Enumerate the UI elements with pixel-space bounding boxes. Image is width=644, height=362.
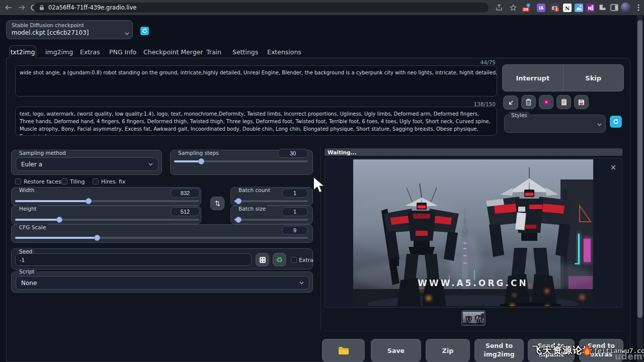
chevron-down-icon [597, 123, 602, 126]
hires-fix-checkbox[interactable] [93, 178, 99, 185]
batch-count-input[interactable] [282, 189, 308, 198]
chevron-down-icon [299, 282, 304, 285]
random-seed-button[interactable] [256, 253, 269, 266]
checkpoint-dropdown[interactable]: Stable Diffusion checkpoint model.ckpt [… [6, 20, 133, 39]
cfg-scale-label: CFG Scale [17, 224, 48, 231]
recycle-icon: ♻ [276, 255, 283, 264]
extension-ia-icon[interactable]: IA [536, 3, 545, 12]
chevron-down-icon [125, 32, 129, 35]
checkpoint-label: Stable Diffusion checkpoint [12, 22, 84, 28]
height-slider[interactable] [15, 219, 199, 221]
interrupt-skip-group: Interrupt Skip [502, 64, 624, 92]
scrollbar-track[interactable] [637, 15, 643, 362]
tab-extras[interactable]: Extras [80, 48, 100, 56]
script-label: Script [17, 268, 37, 275]
slider-handle[interactable] [235, 217, 242, 223]
tab-settings[interactable]: Settings [232, 48, 258, 56]
extension-notion-icon[interactable]: N [562, 3, 572, 12]
batch-size-label: Batch size [236, 205, 268, 212]
floppy-save-icon [578, 99, 585, 106]
clear-prompt-button[interactable] [521, 95, 536, 109]
extensions-puzzle-icon[interactable] [598, 3, 607, 12]
interrupt-button[interactable]: Interrupt [503, 65, 564, 91]
zip-button[interactable]: Zip [426, 339, 470, 362]
svg-text:N: N [565, 5, 569, 11]
tiling-checkbox[interactable] [61, 178, 67, 185]
extension-screenshot-icon[interactable]: 1 [550, 3, 559, 12]
extension-downloads-icon[interactable]: 20 [523, 3, 532, 12]
lock-icon [39, 5, 44, 11]
slider-handle[interactable] [56, 217, 62, 223]
scrollbar-thumb[interactable] [637, 20, 642, 318]
save-button[interactable]: Save [371, 339, 421, 362]
close-image-button[interactable]: × [609, 163, 617, 171]
styles-dropdown[interactable]: Styles [504, 115, 606, 133]
tab-checkpoint-merger[interactable]: Checkpoint Merger [143, 48, 203, 56]
swap-dimensions-button[interactable] [210, 197, 224, 210]
width-slider[interactable] [15, 200, 199, 202]
bookmark-star-icon[interactable] [509, 3, 518, 12]
forward-icon[interactable] [17, 3, 26, 12]
generated-image[interactable]: WWW.A5.ORG.CN [353, 159, 593, 306]
cfg-scale-block: CFG Scale [11, 224, 313, 243]
progress-bar: Waiting... [325, 148, 622, 156]
paste-params-button[interactable] [503, 96, 518, 110]
sidepanel-icon[interactable] [610, 3, 619, 12]
reuse-seed-button[interactable]: ♻ [273, 253, 286, 266]
tab-extensions[interactable]: Extensions [267, 48, 301, 56]
slider-handle[interactable] [94, 235, 100, 241]
slider-handle[interactable] [198, 158, 204, 164]
restore-faces-checkbox[interactable] [15, 178, 21, 185]
batch-size-input[interactable] [282, 207, 308, 216]
save-style-button[interactable] [574, 95, 589, 109]
sampling-steps-input[interactable] [278, 149, 308, 158]
folder-icon [338, 346, 349, 355]
gallery-thumbnail[interactable] [461, 310, 486, 326]
skip-button[interactable]: Skip [564, 65, 624, 91]
batch-count-slider[interactable] [234, 200, 308, 202]
extension-gallery-icon[interactable] [574, 3, 583, 12]
script-select[interactable]: None [16, 276, 309, 290]
tab-train[interactable]: Train [206, 48, 221, 56]
sampling-method-label: Sampling method [17, 149, 68, 156]
sampling-method-select[interactable]: Euler a [16, 157, 158, 171]
tab-png-info[interactable]: PNG Info [109, 48, 136, 56]
seed-input[interactable] [15, 253, 252, 266]
share-icon[interactable] [495, 3, 504, 12]
send-to-img2img-button[interactable]: Send to img2img [474, 339, 524, 362]
arrow-down-left-icon [508, 100, 514, 106]
prompt-input[interactable]: wide shot angle, a (gundam:0.8) robot st… [15, 65, 497, 97]
extension-onenote-icon[interactable]: N [586, 3, 595, 12]
profile-avatar[interactable] [621, 3, 630, 12]
clipboard-icon [561, 99, 567, 106]
styles-refresh-button[interactable] [610, 116, 622, 128]
slider-handle[interactable] [235, 198, 242, 204]
batch-count-label: Batch count [236, 187, 273, 194]
seed-extra-label: Extra [299, 257, 313, 263]
sampling-steps-label: Sampling steps [176, 149, 221, 156]
browser-menu-icon[interactable] [634, 3, 643, 12]
extra-networks-button[interactable] [539, 95, 553, 109]
seed-extra-checkbox[interactable] [291, 257, 297, 263]
checkpoint-refresh-button[interactable] [140, 27, 149, 35]
sampling-steps-slider[interactable] [174, 160, 308, 162]
chevron-down-icon [148, 163, 153, 166]
thumbnail-image [463, 312, 484, 324]
apply-style-button[interactable] [556, 95, 571, 109]
cfg-scale-input[interactable] [282, 226, 308, 235]
card-icon [543, 99, 550, 106]
progress-text: Waiting... [328, 149, 356, 155]
tab-img2img[interactable]: img2img [45, 48, 73, 56]
slider-handle[interactable] [86, 198, 92, 204]
width-input[interactable] [171, 189, 200, 198]
negative-prompt-input[interactable]: text, logo, watermark, (worst quality, l… [15, 107, 497, 136]
tab-txt2img[interactable]: txt2img [9, 45, 36, 58]
back-icon[interactable] [4, 3, 13, 12]
refresh-icon [613, 119, 619, 125]
open-folder-button[interactable] [322, 339, 365, 362]
batch-size-slider[interactable] [234, 219, 308, 221]
address-bar[interactable]: 02a56ff4-71ff-439e.gradio.live [33, 3, 489, 13]
height-input[interactable] [171, 207, 200, 216]
flame-icon [582, 344, 593, 356]
cfg-scale-slider[interactable] [15, 237, 308, 239]
